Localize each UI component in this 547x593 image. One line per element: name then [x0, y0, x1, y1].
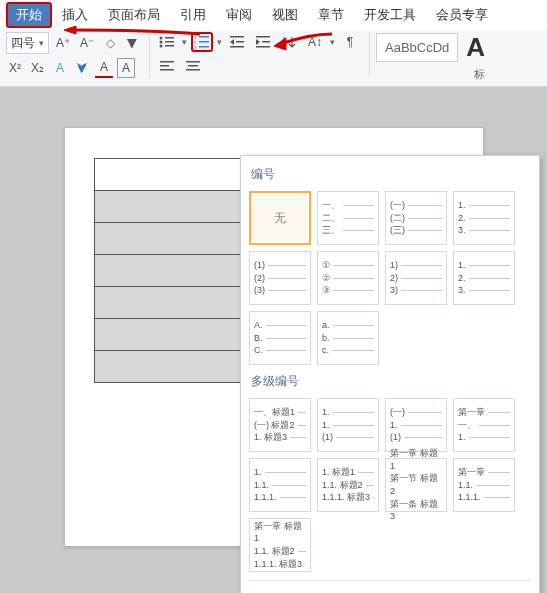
bullets-button[interactable] [156, 32, 178, 52]
chevron-down-icon[interactable]: ▾ [217, 37, 222, 47]
svg-rect-7 [199, 36, 209, 38]
preset-swatch[interactable]: (1)(2)(3) [249, 251, 311, 305]
svg-point-0 [160, 37, 163, 40]
document-area: 序号 编号 无 一、二、三、(一)(二)(三)1.2.3.(1)(2)(3)①②… [0, 87, 547, 593]
preset-swatch[interactable]: a.b.c. [317, 311, 379, 365]
tab-review[interactable]: 审阅 [216, 2, 262, 28]
tab-member[interactable]: 会员专享 [426, 2, 498, 28]
tab-layout[interactable]: 页面布局 [98, 2, 170, 28]
svg-rect-5 [165, 45, 174, 47]
number-preset-grid: 无 一、二、三、(一)(二)(三)1.2.3.(1)(2)(3)①②③1)2)3… [249, 187, 531, 369]
svg-point-4 [160, 45, 163, 48]
preset-none[interactable]: 无 [249, 191, 311, 245]
style-preview[interactable]: AaBbCcDd [376, 33, 458, 62]
svg-rect-24 [160, 69, 174, 71]
style-big-a-icon[interactable]: A [462, 32, 485, 63]
clear-format-button[interactable]: ◇ [101, 33, 119, 53]
svg-rect-22 [160, 61, 174, 63]
preset-swatch[interactable]: 第一章 标题1第一节 标题2第一条 标题3 [385, 458, 447, 512]
svg-rect-18 [262, 41, 270, 43]
preset-swatch[interactable]: 第一章 标题11.1. 标题21.1.1. 标题3 [249, 518, 311, 572]
svg-rect-16 [256, 36, 270, 38]
paragraph-mark-button[interactable]: ¶ [339, 32, 361, 52]
svg-text:3: 3 [194, 45, 197, 49]
svg-marker-17 [256, 39, 260, 45]
preset-swatch[interactable]: 第一章1.1.1.1.1. [453, 458, 515, 512]
change-case-button[interactable]: ⯆ [123, 33, 141, 53]
increase-indent-button[interactable] [252, 32, 274, 52]
preset-swatch[interactable]: 一、二、三、 [317, 191, 379, 245]
preset-swatch[interactable]: 1.1.1.1.1.1. [249, 458, 311, 512]
subscript-button[interactable]: X₂ [28, 58, 47, 78]
svg-rect-14 [236, 41, 244, 43]
align-center-button[interactable] [182, 56, 204, 76]
svg-rect-3 [165, 41, 174, 43]
styles-group: AaBbCcDd A 标 [376, 32, 493, 82]
style-under-label: 标 [474, 67, 485, 82]
highlight-button[interactable]: A [51, 58, 69, 78]
divider [249, 580, 531, 581]
text-direction-button[interactable]: A↕ [304, 32, 326, 52]
svg-rect-15 [230, 46, 244, 48]
preset-swatch[interactable]: 1)2)3) [385, 251, 447, 305]
preset-swatch[interactable]: ①②③ [317, 251, 379, 305]
chevron-down-icon: ▾ [39, 38, 44, 48]
paragraph-group: ▾ 123 ▾ AB A↕ ▾ ¶ [156, 32, 370, 76]
multilevel-preset-grid: 一、标题1(一) 标题21. 标题31.1.(1)(一)1.(1)第一章一、1.… [249, 394, 531, 576]
svg-rect-25 [186, 61, 200, 63]
tab-chapter[interactable]: 章节 [308, 2, 354, 28]
svg-rect-12 [230, 36, 244, 38]
svg-text:B: B [282, 43, 286, 49]
svg-rect-27 [186, 69, 200, 71]
change-level-item: ☰ 更改编号级别(E) [249, 585, 531, 593]
font-size-dropdown[interactable]: 四号 ▾ [6, 32, 49, 54]
tab-bar: 开始 插入 页面布局 引用 审阅 视图 章节 开发工具 会员专享 [0, 0, 547, 30]
preset-swatch[interactable]: A.B.C. [249, 311, 311, 365]
char-shading-button[interactable]: A [117, 58, 135, 78]
font-group: 四号 ▾ A⁺ A⁻ ◇ ⯆ X² X₂ A ⮟ A A [6, 32, 150, 78]
section-title-number: 编号 [249, 162, 531, 187]
align-left-button[interactable] [156, 56, 178, 76]
svg-text:A: A [282, 36, 286, 42]
superscript-button[interactable]: X² [6, 58, 24, 78]
svg-point-2 [160, 41, 163, 44]
chevron-down-icon[interactable]: ▾ [330, 37, 335, 47]
svg-rect-23 [160, 65, 169, 67]
numbering-dropdown-panel: 编号 无 一、二、三、(一)(二)(三)1.2.3.(1)(2)(3)①②③1)… [240, 155, 540, 593]
tab-reference[interactable]: 引用 [170, 2, 216, 28]
ribbon: 四号 ▾ A⁺ A⁻ ◇ ⯆ X² X₂ A ⮟ A A ▾ 123 ▾ [0, 30, 547, 87]
grow-font-button[interactable]: A⁺ [53, 33, 73, 53]
svg-rect-19 [256, 46, 270, 48]
svg-rect-26 [188, 65, 198, 67]
svg-rect-1 [165, 37, 174, 39]
preset-swatch[interactable]: 1.2.3. [453, 191, 515, 245]
shrink-font-button[interactable]: A⁻ [77, 33, 97, 53]
tab-view[interactable]: 视图 [262, 2, 308, 28]
chevron-down-icon[interactable]: ▾ [182, 37, 187, 47]
sort-button[interactable]: AB [278, 32, 300, 52]
svg-rect-11 [199, 46, 209, 48]
font-color-button[interactable]: A [95, 58, 113, 78]
text-effects-button[interactable]: ⮟ [73, 58, 91, 78]
font-size-value: 四号 [11, 35, 35, 52]
preset-swatch[interactable]: 1. 标题11.1. 标题21.1.1. 标题3 [317, 458, 379, 512]
tab-devtools[interactable]: 开发工具 [354, 2, 426, 28]
preset-swatch[interactable]: 1.1.(1) [317, 398, 379, 452]
section-title-multilevel: 多级编号 [249, 369, 531, 394]
tab-insert[interactable]: 插入 [52, 2, 98, 28]
preset-swatch[interactable]: 第一章一、1. [453, 398, 515, 452]
decrease-indent-button[interactable] [226, 32, 248, 52]
preset-swatch[interactable]: 一、标题1(一) 标题21. 标题3 [249, 398, 311, 452]
tab-start[interactable]: 开始 [6, 2, 52, 28]
preset-swatch[interactable]: (一)(二)(三) [385, 191, 447, 245]
svg-rect-9 [199, 41, 209, 43]
numbering-button[interactable]: 123 [191, 32, 213, 52]
preset-swatch[interactable]: 1.2.3. [453, 251, 515, 305]
svg-marker-13 [230, 39, 234, 45]
preset-swatch[interactable]: (一)1.(1) [385, 398, 447, 452]
